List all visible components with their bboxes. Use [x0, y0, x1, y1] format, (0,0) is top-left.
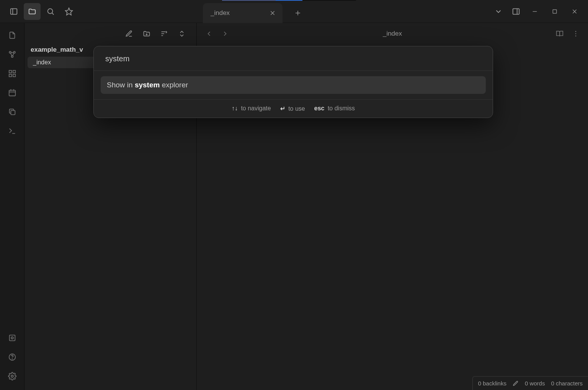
ribbon-bottom	[4, 329, 21, 385]
titlebar-left	[0, 3, 77, 20]
svg-line-3	[52, 13, 54, 15]
palette-input-wrap	[94, 46, 493, 71]
right-sidebar-button[interactable]	[508, 3, 524, 20]
gear-icon	[8, 372, 16, 380]
svg-point-35	[11, 375, 13, 377]
canvas-button[interactable]	[4, 65, 21, 82]
maximize-icon	[552, 8, 558, 15]
reading-mode-button[interactable]	[553, 27, 567, 41]
svg-rect-0	[11, 8, 17, 14]
new-folder-button[interactable]	[139, 26, 154, 41]
hint-text: to navigate	[241, 105, 271, 111]
palette-hint-dismiss: esc to dismiss	[314, 105, 355, 112]
window-minimize-button[interactable]	[525, 4, 544, 19]
vault-icon	[8, 334, 16, 342]
graph-view-button[interactable]	[4, 46, 21, 63]
palette-result-suffix: explorer	[160, 81, 188, 89]
status-bar: 0 backlinks 0 words 0 characters	[472, 376, 588, 390]
hint-key: ↵	[280, 105, 285, 112]
svg-rect-29	[11, 110, 15, 115]
sort-button[interactable]	[157, 26, 172, 41]
svg-rect-23	[9, 74, 11, 77]
palette-results: Show in system explorer	[94, 71, 493, 99]
collapse-button[interactable]	[174, 26, 189, 41]
hint-key: ↑↓	[232, 105, 238, 111]
svg-rect-24	[13, 74, 15, 77]
sidebar-left-icon	[10, 7, 18, 16]
star-icon	[65, 7, 73, 16]
new-note-button[interactable]	[121, 26, 137, 41]
status-edit-mode[interactable]	[513, 380, 519, 387]
command-palette-button[interactable]	[4, 123, 21, 139]
palette-input[interactable]	[105, 54, 482, 64]
more-options-button[interactable]	[569, 27, 583, 41]
tab-list-button[interactable]	[490, 3, 507, 20]
settings-button[interactable]	[4, 368, 21, 385]
terminal-icon	[8, 127, 16, 135]
svg-point-38	[575, 31, 577, 32]
help-button[interactable]	[4, 349, 21, 365]
copy-icon	[8, 108, 16, 116]
hint-text: to dismiss	[328, 105, 355, 111]
vault-button[interactable]	[4, 329, 21, 346]
svg-point-39	[575, 33, 577, 34]
close-icon	[572, 8, 578, 15]
palette-hint-navigate: ↑↓ to navigate	[232, 105, 271, 112]
minimize-icon	[532, 8, 538, 15]
file-arrow-icon	[8, 31, 16, 39]
hint-key: esc	[314, 105, 325, 111]
sort-icon	[160, 30, 168, 38]
left-ribbon	[0, 23, 24, 390]
daily-note-button[interactable]	[4, 84, 21, 101]
plus-icon	[294, 10, 301, 16]
tab-index[interactable]: _index	[203, 3, 283, 23]
status-backlinks[interactable]: 0 backlinks	[478, 380, 506, 387]
svg-rect-12	[553, 10, 556, 13]
window-maximize-button[interactable]	[545, 4, 564, 19]
svg-point-2	[48, 8, 53, 13]
pencil-icon	[513, 380, 519, 387]
tab-close-button[interactable]	[268, 8, 277, 18]
pen-square-icon	[125, 30, 133, 38]
folder-plus-icon	[143, 30, 150, 38]
palette-footer: ↑↓ to navigate ↵ to use esc to dismiss	[94, 99, 493, 118]
svg-rect-25	[9, 90, 15, 96]
svg-point-32	[11, 337, 13, 339]
svg-rect-22	[13, 70, 15, 73]
palette-result-prefix: Show in	[107, 81, 135, 89]
svg-point-34	[12, 359, 12, 359]
search-button[interactable]	[42, 3, 59, 20]
editor-title[interactable]: _index	[234, 30, 550, 38]
window-accent-strip	[222, 0, 356, 1]
chevron-down-icon	[494, 7, 503, 16]
nav-back-button[interactable]	[202, 27, 216, 41]
graph-icon	[8, 50, 16, 59]
templates-button[interactable]	[4, 103, 21, 120]
chevrons-up-down-icon	[178, 30, 186, 38]
window-close-button[interactable]	[565, 4, 584, 19]
status-words[interactable]: 0 words	[525, 380, 545, 387]
titlebar: _index	[0, 0, 588, 23]
svg-line-20	[12, 53, 14, 56]
titlebar-right	[490, 3, 588, 20]
calendar-icon	[8, 88, 16, 97]
bookmarks-button[interactable]	[60, 3, 77, 20]
command-palette: Show in system explorer ↑↓ to navigate ↵…	[93, 46, 493, 118]
sidebar-toolbar	[24, 23, 196, 44]
svg-marker-4	[65, 8, 72, 15]
arrow-right-icon	[221, 30, 229, 38]
nav-forward-button[interactable]	[218, 27, 232, 41]
palette-result-item[interactable]: Show in system explorer	[101, 76, 486, 94]
editor-header: _index	[197, 23, 588, 44]
collapse-sidebar-button[interactable]	[5, 3, 22, 20]
editor-header-right	[553, 27, 583, 41]
status-characters[interactable]: 0 characters	[551, 380, 583, 387]
tab-label: _index	[211, 9, 230, 17]
svg-rect-9	[513, 8, 519, 14]
quick-switcher-button[interactable]	[4, 27, 21, 44]
svg-rect-31	[9, 335, 15, 341]
svg-point-40	[575, 36, 577, 37]
new-tab-button[interactable]	[290, 5, 305, 21]
file-explorer-button[interactable]	[24, 3, 41, 20]
more-vertical-icon	[572, 30, 580, 38]
